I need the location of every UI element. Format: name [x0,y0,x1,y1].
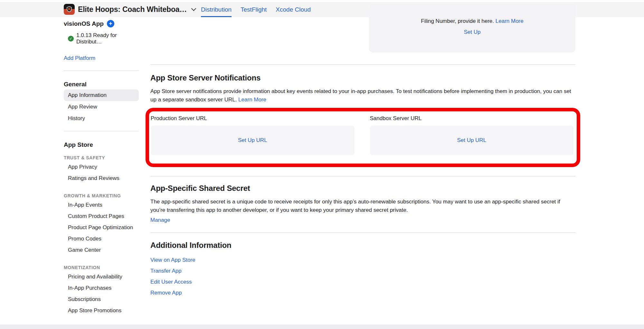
shield-basketball-icon [66,6,73,13]
add-version-plus-icon[interactable]: + [107,20,114,27]
notice-card: Filing Number, provide it here. Learn Mo… [369,4,575,52]
transfer-app-link[interactable]: Transfer App [150,268,182,274]
red-annotation-box: Production Server URL Set Up URL Sandbox… [146,108,580,167]
sandbox-server-url-section: Sandbox Server URL Set Up URL [370,113,574,155]
tab-xcode-cloud[interactable]: Xcode Cloud [276,2,311,17]
sidebar-growth-marketing-list: In-App Events Custom Product Pages Produ… [64,199,139,256]
sidebar-item-history[interactable]: History [64,113,139,124]
server-notifications-learn-more-link[interactable]: Learn More [238,97,266,103]
sidebar-item-promo-codes[interactable]: Promo Codes [64,233,139,244]
section-title-shared-secret: App-Specific Shared Secret [150,183,575,193]
sidebar-item-app-review[interactable]: App Review [64,101,139,113]
sidebar-item-app-store-promotions[interactable]: App Store Promotions [64,305,139,316]
section-title-additional-information: Additional Information [150,240,575,250]
server-notifications-text: App Store server notifications provide i… [150,88,571,103]
sidebar: visionOS App + ✓ 1.0.13 Ready for Distri… [64,20,139,316]
remove-app-link[interactable]: Remove App [150,290,182,296]
sidebar-trust-safety-list: App Privacy Ratings and Reviews [64,161,139,184]
section-divider [150,232,575,233]
notice-learn-more-link[interactable]: Learn More [496,18,524,24]
sandbox-server-url-card: Set Up URL [370,126,574,155]
section-divider [150,176,575,176]
production-server-url-card: Set Up URL [151,126,355,155]
manage-link[interactable]: Manage [150,217,170,223]
sidebar-item-product-page-optimization[interactable]: Product Page Optimization [64,222,139,233]
footer-bar [0,324,644,329]
section-title-server-notifications: App Store Server Notifications [150,73,575,83]
shared-secret-description: The app-specific shared secret is a uniq… [150,198,575,214]
sidebar-item-pricing-availability[interactable]: Pricing and Availability [64,271,139,282]
additional-information-links: View on App Store Transfer App Edit User… [150,255,575,298]
sidebar-item-app-privacy[interactable]: App Privacy [64,161,139,173]
production-server-url-label: Production Server URL [151,115,355,122]
group-label-growth-marketing: GROWTH & MARKETING [64,193,139,198]
add-platform-link[interactable]: Add Platform [64,55,95,61]
header-tabs: Distribution TestFlight Xcode Cloud [201,2,311,17]
notice-message: Filing Number, provide it here. [421,18,494,24]
sidebar-item-in-app-events[interactable]: In-App Events [64,199,139,211]
tab-testflight[interactable]: TestFlight [241,2,267,17]
sandbox-server-url-label: Sandbox Server URL [370,115,574,122]
edit-user-access-link[interactable]: Edit User Access [150,279,192,285]
sidebar-item-custom-product-pages[interactable]: Custom Product Pages [64,211,139,222]
platform-title: visionOS App [64,20,104,27]
sidebar-item-app-information[interactable]: App Information [64,89,139,101]
chevron-down-icon [191,6,196,11]
version-status: 1.0.13 Ready for Distribut… [76,32,139,45]
main-content: App Store Server Notifications App Store… [150,64,575,298]
app-title: Elite Hoops: Coach Whiteboa… [78,5,187,14]
sidebar-item-in-app-purchases[interactable]: In-App Purchases [64,282,139,294]
sidebar-monetization-list: Pricing and Availability In-App Purchase… [64,271,139,316]
section-divider [150,64,575,65]
sidebar-item-game-center[interactable]: Game Center [64,244,139,256]
sidebar-general-list: App Information App Review History [64,89,139,124]
server-notifications-description: App Store server notifications provide i… [150,87,575,104]
version-row[interactable]: ✓ 1.0.13 Ready for Distribut… [64,32,139,45]
notice-set-up-link[interactable]: Set Up [464,29,481,35]
sidebar-divider [64,131,139,131]
app-icon [64,4,75,15]
sidebar-item-subscriptions[interactable]: Subscriptions [64,294,139,305]
production-server-url-section: Production Server URL Set Up URL [151,113,355,155]
group-label-trust-safety: TRUST & SAFETY [64,155,139,160]
sidebar-heading-app-store: App Store [64,141,139,148]
sidebar-divider [64,70,139,71]
group-label-monetization: MONETIZATION [64,265,139,270]
sidebar-item-ratings-reviews[interactable]: Ratings and Reviews [64,173,139,184]
success-check-icon: ✓ [68,36,74,42]
production-set-up-url-link[interactable]: Set Up URL [238,137,267,144]
sidebar-heading-general: General [64,81,139,88]
view-on-app-store-link[interactable]: View on App Store [150,257,195,263]
page: Elite Hoops: Coach Whiteboa… Distributio… [0,0,644,329]
notice-text: Filing Number, provide it here. Learn Mo… [369,18,575,24]
tab-distribution[interactable]: Distribution [201,2,232,17]
app-switcher[interactable]: Elite Hoops: Coach Whiteboa… [78,2,195,17]
sandbox-set-up-url-link[interactable]: Set Up URL [457,137,486,144]
